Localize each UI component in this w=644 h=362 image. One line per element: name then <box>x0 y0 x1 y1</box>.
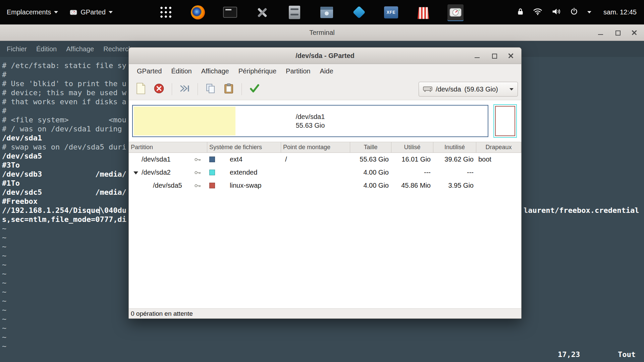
delete-partition-icon <box>154 83 164 95</box>
package-icon <box>320 7 333 18</box>
terminal-title: Terminal <box>309 29 335 37</box>
mount-point-cell: / <box>281 153 350 166</box>
launcher-kodi-icon[interactable] <box>351 4 367 20</box>
column-header-taille[interactable]: Taille <box>350 142 391 153</box>
wifi-icon <box>533 8 542 16</box>
gparted-menu-affichage[interactable]: Affichage <box>197 67 234 75</box>
chevron-down-icon <box>509 88 514 90</box>
gparted-menu-dition[interactable]: Édition <box>166 67 196 75</box>
gparted-maximize-button[interactable] <box>488 50 500 61</box>
used-cell: 45.86 Mio <box>391 179 433 192</box>
panel-status-area[interactable]: sam. 12:45 <box>517 0 644 24</box>
filesystem-color-swatch <box>209 157 215 162</box>
terminal-tilde-line: ~ <box>0 323 644 333</box>
places-menu[interactable]: Emplacements <box>7 8 58 16</box>
flags-cell <box>476 179 521 192</box>
places-label: Emplacements <box>7 8 51 16</box>
resize-move-button[interactable] <box>177 81 193 97</box>
size-cell: 4.00 Gio <box>350 179 391 192</box>
unused-cell: 3.95 Gio <box>433 179 476 192</box>
terminal-line-fragment: laurent/freebox.credential <box>524 206 639 215</box>
chevron-down-icon <box>587 11 591 13</box>
gparted-statusbar: 0 opération en attente <box>129 308 521 318</box>
table-row[interactable]: /dev/sda5linux-swap4.00 Gio45.86 Mio3.95… <box>129 179 521 192</box>
size-cell: 55.63 Gio <box>350 153 391 166</box>
filesystem-label: ext4 <box>230 156 243 163</box>
column-header-syst-me-de-fichiers[interactable]: Système de fichiers <box>207 142 281 153</box>
launcher-screenshot-tool-icon[interactable] <box>222 4 238 20</box>
launcher-file-cabinet-icon[interactable] <box>286 4 303 20</box>
screen: Terminal FichierÉditionAffichageRecherch… <box>0 0 644 362</box>
flags-cell: boot <box>476 153 521 166</box>
apply-button[interactable] <box>247 81 263 97</box>
table-row[interactable]: /dev/sda2extended4.00 Gio------ <box>129 166 521 179</box>
launcher-firefox-icon[interactable] <box>190 4 206 20</box>
toolbar-separator <box>198 83 198 95</box>
partition-bar-sda1[interactable]: /dev/sda1 55.63 Gio <box>132 105 488 137</box>
gparted-titlebar[interactable]: /dev/sda - GParted <box>129 48 521 64</box>
partition-bar-label: /dev/sda1 <box>296 112 325 121</box>
vim-statusline: 17,23 Tout <box>0 350 644 359</box>
launcher-gparted-icon[interactable] <box>447 4 464 20</box>
column-header-inutilis[interactable]: Inutilisé <box>433 142 476 153</box>
gparted-close-button[interactable] <box>505 50 517 61</box>
gparted-toolbar: /dev/sda (59.63 Gio) <box>129 78 521 100</box>
resize-move-icon <box>179 84 190 94</box>
scroll-position-label: Tout <box>618 350 636 359</box>
column-header-drapeaux[interactable]: Drapeaux <box>476 142 521 153</box>
copy-button[interactable] <box>203 81 219 97</box>
unused-cell: --- <box>433 166 476 179</box>
terminal-menu-affichage[interactable]: Affichage <box>66 45 94 53</box>
mount-point-cell <box>281 179 350 192</box>
launcher-popcorn-time-icon[interactable] <box>415 4 431 20</box>
expander-icon[interactable] <box>133 171 138 174</box>
gparted-icon <box>449 6 462 19</box>
device-selector[interactable]: /dev/sda (59.63 Gio) <box>419 82 518 97</box>
gparted-menu-partition[interactable]: Partition <box>281 67 315 75</box>
active-app-menu[interactable]: GParted <box>69 8 112 16</box>
volume-icon <box>552 8 561 17</box>
gparted-menu-p-riph-rique[interactable]: Périphérique <box>234 67 281 75</box>
device-size: (59.63 Gio) <box>465 85 498 93</box>
column-header-utilis[interactable]: Utilisé <box>391 142 433 153</box>
partition-bar-sda2[interactable] <box>493 104 517 138</box>
terminal-tilde-line: ~ <box>0 333 644 342</box>
gparted-menu-aide[interactable]: Aide <box>315 67 338 75</box>
app-grid-icon <box>159 6 172 19</box>
column-header-partition[interactable]: Partition <box>129 142 207 153</box>
partition-cell: /dev/sda2 <box>129 166 207 179</box>
active-app-label: GParted <box>80 8 105 16</box>
launcher-system-tools-icon[interactable] <box>254 4 270 20</box>
gparted-menu-gparted[interactable]: GParted <box>132 67 166 75</box>
delete-partition-button[interactable] <box>151 81 167 97</box>
gparted-menubar: GPartedÉditionAffichagePériphériqueParti… <box>129 64 521 78</box>
terminal-titlebar[interactable]: Terminal <box>0 24 644 41</box>
terminal-menu-fichier[interactable]: Fichier <box>7 45 27 53</box>
launcher-package-icon[interactable] <box>319 4 335 20</box>
new-partition-button[interactable] <box>133 81 149 97</box>
terminal-minimize-button[interactable] <box>595 27 606 38</box>
device-name: /dev/sda <box>436 85 461 93</box>
table-row[interactable]: /dev/sda1ext4/55.63 Gio16.01 Gio39.62 Gi… <box>129 153 521 166</box>
gparted-minimize-button[interactable] <box>472 50 483 61</box>
chevron-down-icon <box>54 11 58 13</box>
launcher-xfe-icon[interactable]: XFE <box>383 4 399 20</box>
used-cell: --- <box>391 166 433 179</box>
launcher-app-grid-icon[interactable] <box>158 4 174 20</box>
screenshot-tool-icon <box>223 7 237 18</box>
unused-cell: 39.62 Gio <box>433 153 476 166</box>
terminal-maximize-button[interactable] <box>612 27 623 38</box>
filesystem-color-swatch <box>209 170 215 175</box>
firefox-icon <box>191 5 205 19</box>
filesystem-cell: linux-swap <box>207 179 281 192</box>
gparted-app-icon <box>69 8 77 16</box>
paste-button[interactable] <box>221 81 237 97</box>
partition-bar-size: 55.63 Gio <box>296 121 325 130</box>
copy-icon <box>206 83 216 95</box>
column-header-point-de-montage[interactable]: Point de montage <box>281 142 350 153</box>
power-icon <box>570 8 578 17</box>
terminal-close-button[interactable] <box>629 27 640 38</box>
partition-bar-sda5[interactable] <box>495 106 515 136</box>
terminal-menu-dition[interactable]: Édition <box>36 45 57 53</box>
clock-label: sam. 12:45 <box>603 8 637 16</box>
